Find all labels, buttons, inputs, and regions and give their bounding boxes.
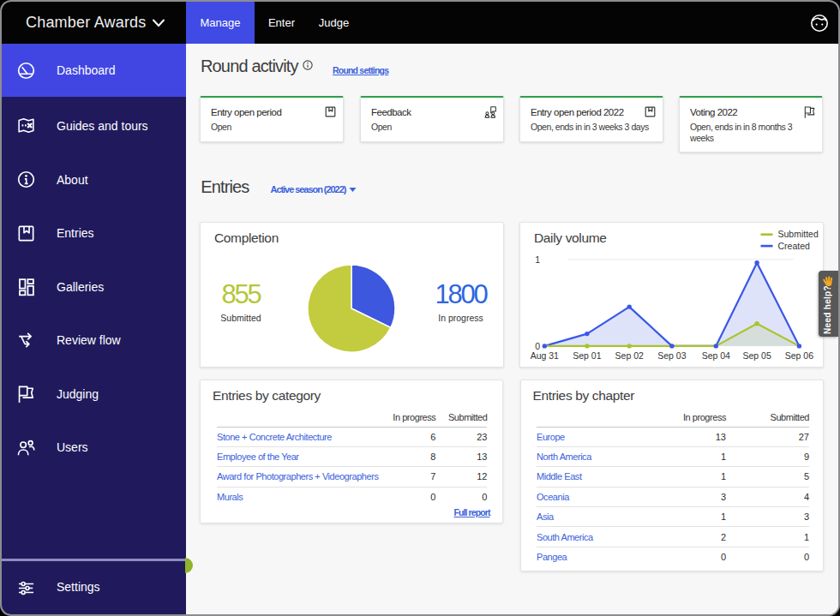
svg-text:1: 1 (535, 254, 540, 265)
svg-text:Aug 31: Aug 31 (531, 350, 559, 361)
svg-text:Sep 06: Sep 06 (785, 350, 813, 361)
svg-text:Submitted: Submitted (778, 229, 819, 239)
svg-text:Created: Created (778, 241, 811, 251)
svg-text:0: 0 (535, 341, 540, 351)
svg-text:Sep 02: Sep 02 (615, 350, 644, 361)
svg-text:Sep 01: Sep 01 (573, 350, 601, 361)
svg-text:Sep 04: Sep 04 (702, 350, 730, 361)
svg-text:Sep 03: Sep 03 (657, 350, 686, 361)
svg-text:Sep 05: Sep 05 (742, 350, 771, 361)
